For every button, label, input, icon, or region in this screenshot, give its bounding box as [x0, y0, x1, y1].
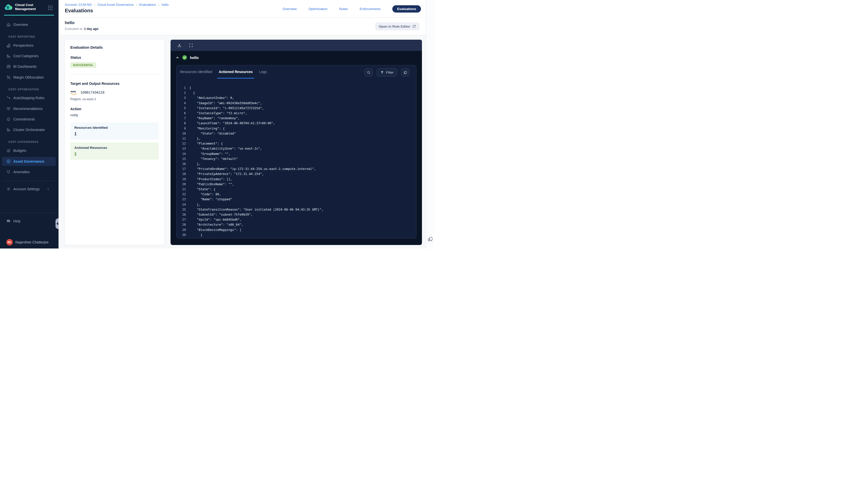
- sidebar-item-label: Recommendations: [13, 107, 43, 111]
- breadcrumb-current-link[interactable]: hello: [162, 3, 169, 6]
- filter-funnel-icon: [380, 71, 384, 74]
- nav-link-enforcements[interactable]: Enforcements: [360, 7, 380, 11]
- line-number: 3: [177, 95, 186, 100]
- anomaly-alert-icon: !: [6, 170, 11, 174]
- sidebar-item-asset-governance[interactable]: $ Asset Governance: [2, 157, 56, 166]
- code-line: 21 "State": {: [177, 187, 416, 192]
- line-number: 28: [177, 222, 186, 227]
- nav-pill-evaluations[interactable]: Evaluations: [392, 5, 421, 13]
- svg-text:$: $: [8, 160, 9, 163]
- code-line: 18 "PrivateIpAddress": "172.31.44.254",: [177, 171, 416, 176]
- breadcrumb-account-link[interactable]: Account: CCM-NG: [65, 3, 92, 6]
- actioned-resources-label: Actioned Resources: [74, 146, 155, 150]
- code-line: 17 "PrivateDnsName": "ip-172-31-44-254.u…: [177, 167, 416, 171]
- line-content: {: [190, 233, 202, 237]
- nav-link-rules[interactable]: Rules: [339, 7, 348, 11]
- breadcrumb-evaluations-link[interactable]: Evaluations: [139, 3, 156, 6]
- sidebar-item-perspectives[interactable]: Perspectives: [2, 41, 56, 50]
- region-text: Region: us-east-2: [70, 97, 159, 101]
- tab-logs[interactable]: Logs: [258, 70, 268, 79]
- code-line: 14 "GroupName": "",: [177, 151, 416, 156]
- svg-text:aws: aws: [71, 90, 76, 93]
- status-badge: SUCCESSFUL: [70, 62, 96, 68]
- page: $ Cloud CostManagement Overview COST REP…: [0, 0, 434, 248]
- evaluation-result-row[interactable]: hello: [170, 54, 199, 61]
- sidebar-item-anomalies[interactable]: ! Anomalies: [2, 167, 56, 176]
- code-line: 30 {: [177, 232, 416, 238]
- sidebar-item-cost-categories[interactable]: Cost Categories: [2, 52, 56, 60]
- line-number: 1: [177, 85, 186, 90]
- viewer-actions: Filter: [364, 68, 409, 76]
- line-number: 18: [177, 171, 186, 176]
- line-content: "AmiLaunchIndex": 0,: [190, 96, 234, 100]
- sidebar-item-recommendations[interactable]: Recommendations: [2, 104, 56, 113]
- bar-chart-icon: [6, 43, 11, 48]
- breadcrumb-governance-link[interactable]: Cloud Asset Governance: [97, 3, 134, 6]
- code-line: 13 "AvailabilityZone": "us-east-2c",: [177, 146, 416, 151]
- line-number: 24: [177, 202, 186, 207]
- line-number: 4: [177, 101, 186, 106]
- sidebar-item-account-settings[interactable]: Account Settings ›: [2, 184, 56, 194]
- line-content: "StateTransitionReason": "User initiated…: [190, 208, 323, 211]
- content-area: Evaluation Details Status SUCCESSFUL Tar…: [58, 35, 426, 248]
- line-content: "ProductCodes": [],: [190, 178, 232, 181]
- sidebar-section-cost-optimization: COST OPTIMIZATION: [8, 88, 39, 91]
- svg-text:!: !: [8, 171, 9, 173]
- cluster-hexagons-icon: [6, 128, 11, 132]
- sidebar-item-overview[interactable]: Overview: [2, 20, 56, 29]
- code-line: 6 "InstanceType": "t2.micro",: [177, 111, 416, 116]
- nav-link-optimization[interactable]: Optimization: [308, 7, 327, 11]
- breadcrumb-separator: ›: [158, 3, 159, 6]
- copy-button[interactable]: [401, 68, 409, 76]
- fullscreen-icon[interactable]: [189, 43, 193, 47]
- actioned-resources-value: 1: [74, 152, 155, 156]
- line-content: "State": "disabled": [190, 132, 236, 135]
- aws-account-row: aws 108817434118: [70, 90, 159, 95]
- line-number: 26: [177, 212, 186, 217]
- tab-actioned-resources[interactable]: Actioned Resources: [217, 70, 254, 79]
- search-button[interactable]: [364, 68, 373, 76]
- code-line: 11 },: [177, 136, 416, 141]
- sidebar-item-budgets[interactable]: $ Budgets: [2, 146, 56, 155]
- chevron-up-icon[interactable]: [176, 56, 179, 59]
- dashboard-image-icon: [6, 64, 11, 69]
- sidebar-item-bi-dashboards[interactable]: BI Dashboards: [2, 62, 56, 71]
- sidebar-item-margin-obfuscation[interactable]: Margin Obfuscation: [2, 73, 56, 82]
- code-lines[interactable]: 1[2 {3 "AmiLaunchIndex": 0,4 "ImageId": …: [177, 85, 416, 238]
- open-in-rule-editor-button[interactable]: Open in Rule Editor: [375, 22, 419, 30]
- line-number: 19: [177, 177, 186, 182]
- line-content: "Code": 80,: [190, 193, 221, 196]
- avatar: RC: [6, 239, 13, 245]
- sidebar-item-autostopping-rules[interactable]: AutoStopping Rules: [2, 94, 56, 102]
- line-content: "PrivateDnsName": "ip-172-31-44-254.us-e…: [190, 167, 316, 171]
- sidebar-item-cluster-orchestrator[interactable]: Cluster Orchestrator: [2, 125, 56, 134]
- breadcrumb: Account: CCM-NG›Cloud Asset Governance›E…: [65, 3, 169, 6]
- line-number: 17: [177, 167, 186, 171]
- line-content: "Monitoring": {: [190, 127, 225, 130]
- line-number: 16: [177, 161, 186, 167]
- sidebar-user[interactable]: RC Rajarshee Chatterjee: [2, 238, 56, 247]
- line-number: 29: [177, 227, 186, 232]
- line-number: 12: [177, 141, 186, 146]
- sidebar-item-commitments[interactable]: Commitments: [2, 115, 56, 124]
- sidebar-item-help[interactable]: ? Help: [2, 217, 56, 226]
- open-in-rule-editor-label: Open in Rule Editor: [379, 25, 410, 28]
- filter-button[interactable]: Filter: [377, 68, 397, 76]
- line-content: "State": {: [190, 187, 215, 191]
- line-content: "InstanceType": "t2.micro",: [190, 111, 247, 115]
- sidebar-item-label: Perspectives: [13, 43, 33, 47]
- line-number: 30: [177, 232, 186, 238]
- actioned-resources-box: Actioned Resources 1: [70, 143, 159, 160]
- tab-resources-identified[interactable]: Resources Identified: [179, 70, 214, 79]
- line-number: 6: [177, 111, 186, 116]
- sidebar-header: $ Cloud CostManagement: [0, 0, 58, 15]
- app-title: Cloud CostManagement: [15, 3, 45, 11]
- module-grid-icon[interactable]: [47, 5, 53, 11]
- evaluation-subheader: hello Evaluated at: 1 day ago Open in Ru…: [58, 17, 426, 35]
- feedback-chat-icon[interactable]: [427, 236, 434, 242]
- line-content: "Tenancy": "default": [190, 157, 238, 161]
- nav-link-overview[interactable]: Overview: [282, 7, 297, 11]
- download-icon[interactable]: [177, 43, 182, 47]
- line-number: 25: [177, 207, 186, 212]
- sidebar: $ Cloud CostManagement Overview COST REP…: [0, 0, 58, 248]
